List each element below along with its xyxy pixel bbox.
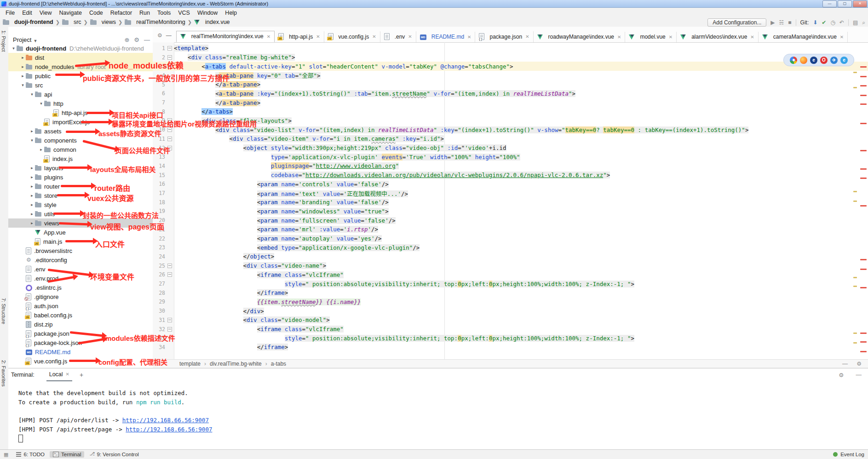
- project-panel-header[interactable]: Project ▼ ⊕ ⚙ —: [8, 27, 153, 45]
- warning-stripe-mark[interactable]: [853, 342, 857, 344]
- breadcrumb-item[interactable]: views: [90, 19, 116, 25]
- tree-item-vue.config.js[interactable]: vue.config.js: [8, 356, 153, 366]
- fold-marker[interactable]: [165, 55, 174, 60]
- editor-breadcrumb-item[interactable]: a-tabs: [271, 361, 286, 367]
- tree-item-importExcel.js[interactable]: importExcel.js: [8, 117, 153, 126]
- tree-item-http[interactable]: ▾http: [8, 99, 153, 108]
- tree-item-dist.zip[interactable]: dist.zip: [8, 320, 153, 329]
- tree-item-.env[interactable]: .env: [8, 264, 153, 274]
- hide-icon[interactable]: —: [842, 361, 848, 367]
- tree-item-.gitignore[interactable]: .gitignore: [8, 292, 153, 301]
- menu-item-run[interactable]: Run: [136, 9, 154, 17]
- close-icon[interactable]: ✕: [525, 34, 529, 39]
- editor-tab-http-api.js[interactable]: http-api.js✕: [275, 31, 324, 42]
- chevron-right-icon[interactable]: ▸: [29, 175, 35, 179]
- chevron-down-icon[interactable]: ▾: [11, 46, 17, 51]
- tree-item-index.js[interactable]: index.js: [8, 154, 153, 163]
- chevron-right-icon[interactable]: ▸: [20, 55, 26, 60]
- menu-item-edit[interactable]: Edit: [18, 9, 36, 17]
- chevron-right-icon[interactable]: ▸: [29, 166, 35, 170]
- warning-stripe-mark[interactable]: [853, 87, 857, 88]
- code-line[interactable]: 27 style=" position:absolute;visibility:…: [153, 279, 868, 288]
- error-stripe-mark[interactable]: [860, 95, 867, 96]
- editor-tab-README.md[interactable]: README.md✕: [416, 32, 476, 42]
- code-line[interactable]: 3 <a-tabs default-active-key="1" slot="h…: [153, 62, 868, 71]
- warning-stripe-mark[interactable]: [853, 201, 857, 202]
- stop-icon[interactable]: ■: [788, 19, 791, 26]
- close-icon[interactable]: ✕: [840, 34, 844, 40]
- chevron-right-icon[interactable]: ▸: [29, 129, 35, 133]
- status-bar-6-todo[interactable]: 6: TODO: [13, 451, 48, 458]
- code-line[interactable]: 6 <a-tab-pane :key="(index+1).toString()…: [153, 89, 868, 98]
- maximize-button[interactable]: ▢: [838, 0, 852, 7]
- tree-item-package.json[interactable]: package.json: [8, 329, 153, 338]
- tree-item-App.vue[interactable]: App.vue: [8, 228, 153, 237]
- error-stripe-mark[interactable]: [860, 123, 867, 124]
- fold-marker[interactable]: [165, 264, 174, 268]
- code-line[interactable]: 14 pluginspage="http://www.videolan.org": [153, 161, 868, 171]
- error-stripe-mark[interactable]: [860, 269, 867, 270]
- chrome-browser-icon[interactable]: [790, 57, 797, 64]
- new-terminal-session-button[interactable]: +: [80, 371, 83, 379]
- tree-item-.env.prod[interactable]: .env.prod: [8, 274, 153, 283]
- code-line[interactable]: 8 </a-tabs>: [153, 107, 868, 116]
- gear-icon[interactable]: ⚙: [134, 36, 139, 43]
- chevron-down-icon[interactable]: ▾: [29, 138, 35, 143]
- editor-tab-model.vue[interactable]: model.vue✕: [625, 32, 677, 42]
- tree-item-store[interactable]: ▸store: [8, 191, 153, 200]
- code-line[interactable]: 23 <embed type="application/x-google-vlc…: [153, 243, 868, 252]
- editor-tab-cameraManage-index.vue[interactable]: cameraManage\index.vue✕: [759, 32, 848, 42]
- code-line[interactable]: 16 <param name='controls' value='false'/…: [153, 180, 868, 189]
- locate-icon[interactable]: ⊕: [124, 36, 129, 43]
- tree-item-components[interactable]: ▾components: [8, 136, 153, 145]
- warning-stripe-mark[interactable]: [853, 277, 857, 278]
- editor-tab-realTimeMonitoring-index.vue[interactable]: realTimeMonitoring\index.vue✕: [176, 31, 275, 42]
- fold-marker[interactable]: [165, 46, 174, 51]
- warning-stripe-mark[interactable]: [853, 191, 857, 192]
- history-icon[interactable]: ◷: [830, 19, 835, 26]
- terminal-tab-local[interactable]: Local ✕: [46, 369, 72, 381]
- chevron-right-icon[interactable]: ▸: [29, 202, 35, 207]
- code-line[interactable]: 5 </a-tab-pane>: [153, 80, 868, 89]
- gear-icon[interactable]: ⚙: [857, 361, 862, 367]
- code-line[interactable]: 26 <iframe class="vlcIframe": [153, 270, 868, 280]
- close-icon[interactable]: ✕: [669, 34, 673, 40]
- error-stripe-mark[interactable]: [860, 259, 867, 260]
- menu-item-code[interactable]: Code: [86, 9, 107, 17]
- code-line[interactable]: 1<template>: [153, 44, 868, 53]
- menu-item-file[interactable]: File: [2, 9, 18, 17]
- editor-tab-.env[interactable]: .env✕: [380, 31, 416, 42]
- editor-tab-alarmVideos-index.vue[interactable]: alarmVideos\index.vue✕: [677, 32, 759, 42]
- tree-item-api[interactable]: ▾api: [8, 90, 153, 99]
- fold-marker[interactable]: [165, 327, 174, 332]
- fold-marker[interactable]: [165, 118, 174, 123]
- fold-marker[interactable]: [165, 64, 174, 69]
- error-stripe-mark[interactable]: [860, 66, 867, 68]
- chevron-right-icon[interactable]: ▸: [20, 74, 26, 78]
- tree-item-duoji-frontend[interactable]: ▾duoji-frontendD:\zheheWeb\duoji-fronten…: [8, 44, 153, 53]
- event-log-button[interactable]: Event Log: [840, 452, 864, 457]
- opera-browser-icon[interactable]: O: [820, 57, 828, 64]
- code-line[interactable]: 24 </object>: [153, 252, 868, 261]
- tree-item-.editorconfig[interactable]: ⚙.editorconfig: [8, 255, 153, 264]
- fold-marker[interactable]: [165, 137, 174, 141]
- tool-window-switcher-icon[interactable]: ▦: [4, 452, 8, 458]
- tool-window-button-structure[interactable]: 7: Structure: [1, 298, 6, 324]
- hide-icon[interactable]: —: [856, 372, 862, 379]
- fold-marker[interactable]: [165, 146, 174, 150]
- warning-stripe-mark[interactable]: [853, 286, 857, 287]
- search-everywhere-icon[interactable]: ⌕: [862, 19, 865, 26]
- tree-item-style[interactable]: ▸style: [8, 200, 153, 209]
- ie-browser-icon[interactable]: e: [810, 57, 817, 64]
- error-stripe-mark[interactable]: [860, 351, 867, 352]
- code-line[interactable]: 12 <object style="width:390px;height:219…: [153, 143, 868, 153]
- close-icon[interactable]: ✕: [408, 34, 412, 39]
- tree-item-auth.json[interactable]: auth.json: [8, 301, 153, 310]
- menu-item-navigate[interactable]: Navigate: [56, 9, 86, 17]
- breadcrumb-item[interactable]: index.vue: [194, 19, 230, 25]
- chevron-right-icon[interactable]: ▸: [29, 193, 35, 198]
- tree-item-dist[interactable]: ▸dist: [8, 53, 153, 62]
- firefox-browser-icon[interactable]: [800, 57, 807, 64]
- chevron-down-icon[interactable]: ▾: [29, 92, 35, 97]
- editor-tab-vue.config.js[interactable]: vue.config.js✕: [324, 31, 380, 42]
